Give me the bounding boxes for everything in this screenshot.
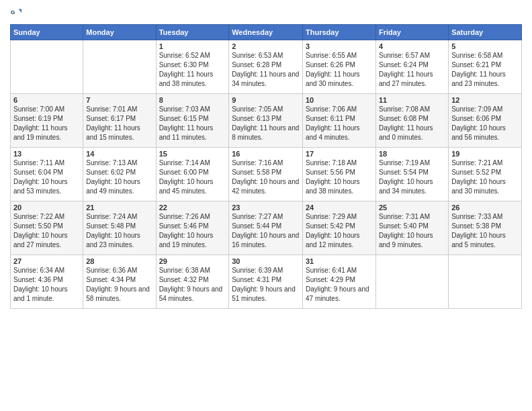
day-info: Sunrise: 7:22 AMSunset: 5:50 PMDaylight:… xyxy=(13,212,80,250)
day-info: Sunrise: 6:55 AMSunset: 6:26 PMDaylight:… xyxy=(306,51,373,89)
day-number: 5 xyxy=(451,42,519,50)
logo-icon: G xyxy=(10,7,22,19)
day-number: 30 xyxy=(232,257,300,265)
day-number: 22 xyxy=(159,203,226,212)
day-number: 20 xyxy=(13,203,80,212)
day-number: 21 xyxy=(86,203,152,212)
page: G SundayMondayTuesdayWednesdayThursdayFr… xyxy=(0,0,532,319)
calendar-week-2: 13Sunrise: 7:11 AMSunset: 6:04 PMDayligh… xyxy=(11,148,522,201)
calendar-week-4: 27Sunrise: 6:34 AMSunset: 4:36 PMDayligh… xyxy=(11,255,522,309)
calendar-cell: 22Sunrise: 7:26 AMSunset: 5:46 PMDayligh… xyxy=(156,201,229,255)
calendar-cell: 28Sunrise: 6:36 AMSunset: 4:34 PMDayligh… xyxy=(83,255,156,309)
day-info: Sunrise: 7:33 AMSunset: 5:38 PMDaylight:… xyxy=(451,212,519,250)
calendar-header-friday: Friday xyxy=(375,25,448,40)
day-number: 27 xyxy=(13,257,80,265)
day-number: 13 xyxy=(13,150,80,158)
day-number: 26 xyxy=(451,203,519,212)
calendar-cell: 31Sunrise: 6:41 AMSunset: 4:29 PMDayligh… xyxy=(303,255,376,309)
day-info: Sunrise: 7:01 AMSunset: 6:17 PMDaylight:… xyxy=(86,105,152,142)
day-number: 28 xyxy=(86,257,152,265)
day-info: Sunrise: 6:41 AMSunset: 4:29 PMDaylight:… xyxy=(306,266,373,304)
day-info: Sunrise: 7:19 AMSunset: 5:54 PMDaylight:… xyxy=(379,158,445,196)
day-info: Sunrise: 7:09 AMSunset: 6:06 PMDaylight:… xyxy=(451,105,519,142)
calendar: SundayMondayTuesdayWednesdayThursdayFrid… xyxy=(10,24,522,309)
calendar-cell: 10Sunrise: 7:06 AMSunset: 6:11 PMDayligh… xyxy=(303,94,376,148)
day-number: 19 xyxy=(451,150,519,158)
day-info: Sunrise: 7:06 AMSunset: 6:11 PMDaylight:… xyxy=(306,105,373,142)
day-info: Sunrise: 7:31 AMSunset: 5:40 PMDaylight:… xyxy=(379,212,445,250)
day-info: Sunrise: 7:16 AMSunset: 5:58 PMDaylight:… xyxy=(232,158,300,196)
day-info: Sunrise: 7:03 AMSunset: 6:15 PMDaylight:… xyxy=(159,105,226,142)
calendar-cell: 29Sunrise: 6:38 AMSunset: 4:32 PMDayligh… xyxy=(156,255,229,309)
day-number: 15 xyxy=(159,150,226,158)
calendar-cell: 19Sunrise: 7:21 AMSunset: 5:52 PMDayligh… xyxy=(449,148,522,201)
calendar-header-saturday: Saturday xyxy=(449,25,522,40)
calendar-cell: 24Sunrise: 7:29 AMSunset: 5:42 PMDayligh… xyxy=(303,201,376,255)
day-info: Sunrise: 7:27 AMSunset: 5:44 PMDaylight:… xyxy=(232,212,300,250)
header: G xyxy=(10,7,522,19)
calendar-cell: 20Sunrise: 7:22 AMSunset: 5:50 PMDayligh… xyxy=(11,201,83,255)
calendar-cell: 18Sunrise: 7:19 AMSunset: 5:54 PMDayligh… xyxy=(375,148,448,201)
day-info: Sunrise: 7:13 AMSunset: 6:02 PMDaylight:… xyxy=(86,158,152,196)
day-number: 8 xyxy=(159,96,226,104)
day-number: 12 xyxy=(451,96,519,104)
calendar-cell: 4Sunrise: 6:57 AMSunset: 6:24 PMDaylight… xyxy=(375,40,448,94)
day-info: Sunrise: 7:14 AMSunset: 6:00 PMDaylight:… xyxy=(159,158,226,196)
day-number: 10 xyxy=(306,96,373,104)
calendar-header-sunday: Sunday xyxy=(11,25,83,40)
calendar-cell xyxy=(11,40,83,94)
day-number: 23 xyxy=(232,203,300,212)
day-info: Sunrise: 6:39 AMSunset: 4:31 PMDaylight:… xyxy=(232,266,300,304)
calendar-header-wednesday: Wednesday xyxy=(229,25,303,40)
calendar-cell: 15Sunrise: 7:14 AMSunset: 6:00 PMDayligh… xyxy=(156,148,229,201)
calendar-cell: 27Sunrise: 6:34 AMSunset: 4:36 PMDayligh… xyxy=(11,255,83,309)
svg-text:G: G xyxy=(11,9,15,15)
calendar-cell: 2Sunrise: 6:53 AMSunset: 6:28 PMDaylight… xyxy=(229,40,303,94)
day-number: 1 xyxy=(159,42,226,50)
day-number: 3 xyxy=(306,42,373,50)
calendar-week-3: 20Sunrise: 7:22 AMSunset: 5:50 PMDayligh… xyxy=(11,201,522,255)
calendar-cell: 1Sunrise: 6:52 AMSunset: 6:30 PMDaylight… xyxy=(156,40,229,94)
calendar-cell xyxy=(449,255,522,309)
day-info: Sunrise: 7:05 AMSunset: 6:13 PMDaylight:… xyxy=(232,105,300,142)
day-number: 4 xyxy=(379,42,445,50)
calendar-header-row: SundayMondayTuesdayWednesdayThursdayFrid… xyxy=(11,25,522,40)
day-info: Sunrise: 7:18 AMSunset: 5:56 PMDaylight:… xyxy=(306,158,373,196)
day-number: 18 xyxy=(379,150,445,158)
day-info: Sunrise: 7:00 AMSunset: 6:19 PMDaylight:… xyxy=(13,105,80,142)
calendar-cell: 7Sunrise: 7:01 AMSunset: 6:17 PMDaylight… xyxy=(83,94,156,148)
calendar-cell: 11Sunrise: 7:08 AMSunset: 6:08 PMDayligh… xyxy=(375,94,448,148)
day-info: Sunrise: 7:26 AMSunset: 5:46 PMDaylight:… xyxy=(159,212,226,250)
svg-marker-2 xyxy=(19,9,21,13)
calendar-cell: 16Sunrise: 7:16 AMSunset: 5:58 PMDayligh… xyxy=(229,148,303,201)
calendar-cell: 9Sunrise: 7:05 AMSunset: 6:13 PMDaylight… xyxy=(229,94,303,148)
calendar-week-0: 1Sunrise: 6:52 AMSunset: 6:30 PMDaylight… xyxy=(11,40,522,94)
calendar-week-1: 6Sunrise: 7:00 AMSunset: 6:19 PMDaylight… xyxy=(11,94,522,148)
day-info: Sunrise: 7:11 AMSunset: 6:04 PMDaylight:… xyxy=(13,158,80,196)
calendar-cell xyxy=(375,255,448,309)
calendar-header-monday: Monday xyxy=(83,25,156,40)
calendar-cell: 17Sunrise: 7:18 AMSunset: 5:56 PMDayligh… xyxy=(303,148,376,201)
calendar-cell: 6Sunrise: 7:00 AMSunset: 6:19 PMDaylight… xyxy=(11,94,83,148)
calendar-cell: 25Sunrise: 7:31 AMSunset: 5:40 PMDayligh… xyxy=(375,201,448,255)
day-number: 29 xyxy=(159,257,226,265)
day-number: 11 xyxy=(379,96,445,104)
day-number: 17 xyxy=(306,150,373,158)
day-info: Sunrise: 7:29 AMSunset: 5:42 PMDaylight:… xyxy=(306,212,373,250)
day-number: 2 xyxy=(232,42,300,50)
day-info: Sunrise: 6:34 AMSunset: 4:36 PMDaylight:… xyxy=(13,266,80,304)
day-info: Sunrise: 6:53 AMSunset: 6:28 PMDaylight:… xyxy=(232,51,300,89)
calendar-cell: 5Sunrise: 6:58 AMSunset: 6:21 PMDaylight… xyxy=(449,40,522,94)
day-info: Sunrise: 6:36 AMSunset: 4:34 PMDaylight:… xyxy=(86,266,152,304)
day-info: Sunrise: 6:57 AMSunset: 6:24 PMDaylight:… xyxy=(379,51,445,89)
calendar-cell: 13Sunrise: 7:11 AMSunset: 6:04 PMDayligh… xyxy=(11,148,83,201)
day-number: 6 xyxy=(13,96,80,104)
day-info: Sunrise: 7:08 AMSunset: 6:08 PMDaylight:… xyxy=(379,105,445,142)
day-info: Sunrise: 7:24 AMSunset: 5:48 PMDaylight:… xyxy=(86,212,152,250)
calendar-cell xyxy=(83,40,156,94)
day-number: 25 xyxy=(379,203,445,212)
day-number: 7 xyxy=(86,96,152,104)
calendar-header-thursday: Thursday xyxy=(303,25,376,40)
calendar-cell: 26Sunrise: 7:33 AMSunset: 5:38 PMDayligh… xyxy=(449,201,522,255)
calendar-cell: 3Sunrise: 6:55 AMSunset: 6:26 PMDaylight… xyxy=(303,40,376,94)
